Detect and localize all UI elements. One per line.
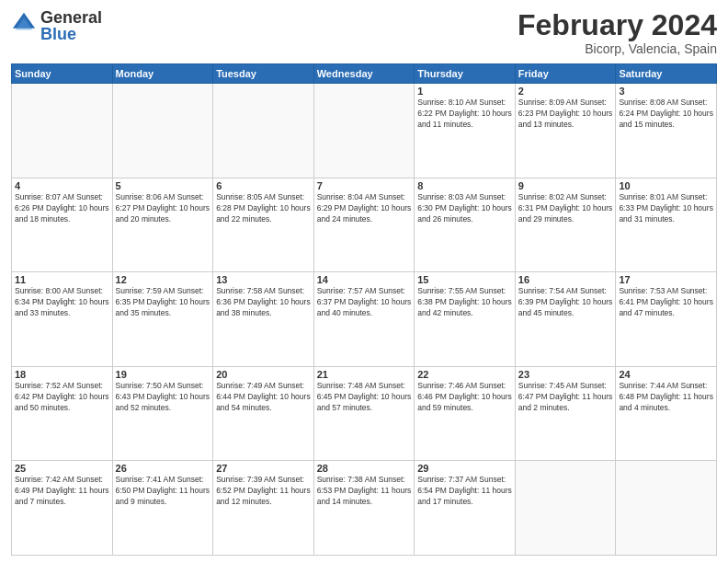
header-saturday: Saturday bbox=[616, 64, 717, 84]
table-row: 11Sunrise: 8:00 AM Sunset: 6:34 PM Dayli… bbox=[12, 272, 113, 367]
table-row: 16Sunrise: 7:54 AM Sunset: 6:39 PM Dayli… bbox=[515, 272, 616, 367]
table-row bbox=[12, 84, 113, 178]
logo-blue: Blue bbox=[40, 26, 102, 42]
calendar-week-row: 11Sunrise: 8:00 AM Sunset: 6:34 PM Dayli… bbox=[12, 272, 717, 367]
table-row: 9Sunrise: 8:02 AM Sunset: 6:31 PM Daylig… bbox=[515, 178, 616, 272]
day-number: 17 bbox=[619, 274, 713, 285]
day-number: 27 bbox=[216, 463, 311, 474]
table-row: 24Sunrise: 7:44 AM Sunset: 6:48 PM Dayli… bbox=[616, 366, 717, 461]
day-info: Sunrise: 7:54 AM Sunset: 6:39 PM Dayligh… bbox=[518, 286, 613, 319]
day-info: Sunrise: 7:46 AM Sunset: 6:46 PM Dayligh… bbox=[417, 381, 512, 414]
calendar-week-row: 18Sunrise: 7:52 AM Sunset: 6:42 PM Dayli… bbox=[12, 366, 717, 461]
day-info: Sunrise: 7:38 AM Sunset: 6:53 PM Dayligh… bbox=[317, 475, 412, 508]
day-info: Sunrise: 8:04 AM Sunset: 6:29 PM Dayligh… bbox=[317, 192, 412, 225]
day-info: Sunrise: 8:01 AM Sunset: 6:33 PM Dayligh… bbox=[619, 192, 713, 225]
day-info: Sunrise: 8:08 AM Sunset: 6:24 PM Dayligh… bbox=[619, 98, 713, 131]
header-sunday: Sunday bbox=[12, 64, 113, 84]
day-info: Sunrise: 8:07 AM Sunset: 6:26 PM Dayligh… bbox=[15, 192, 109, 225]
table-row: 4Sunrise: 8:07 AM Sunset: 6:26 PM Daylig… bbox=[12, 178, 113, 272]
day-number: 28 bbox=[317, 463, 412, 474]
day-number: 24 bbox=[619, 369, 713, 380]
calendar-week-row: 25Sunrise: 7:42 AM Sunset: 6:49 PM Dayli… bbox=[12, 461, 717, 556]
table-row bbox=[112, 84, 213, 178]
day-number: 10 bbox=[619, 180, 713, 191]
title-block: February 2024 Bicorp, Valencia, Spain bbox=[518, 9, 717, 56]
day-info: Sunrise: 7:42 AM Sunset: 6:49 PM Dayligh… bbox=[15, 475, 109, 508]
day-number: 19 bbox=[116, 369, 210, 380]
header-thursday: Thursday bbox=[415, 64, 516, 84]
day-number: 25 bbox=[15, 463, 109, 474]
table-row: 1Sunrise: 8:10 AM Sunset: 6:22 PM Daylig… bbox=[415, 84, 516, 178]
table-row: 23Sunrise: 7:45 AM Sunset: 6:47 PM Dayli… bbox=[515, 366, 616, 461]
table-row: 21Sunrise: 7:48 AM Sunset: 6:45 PM Dayli… bbox=[313, 366, 415, 461]
logo-text: General Blue bbox=[40, 9, 102, 42]
day-info: Sunrise: 7:53 AM Sunset: 6:41 PM Dayligh… bbox=[619, 286, 713, 319]
day-number: 18 bbox=[15, 369, 109, 380]
table-row: 2Sunrise: 8:09 AM Sunset: 6:23 PM Daylig… bbox=[515, 84, 616, 178]
month-title: February 2024 bbox=[518, 9, 717, 41]
day-number: 13 bbox=[216, 274, 311, 285]
header-friday: Friday bbox=[515, 64, 616, 84]
day-number: 12 bbox=[116, 274, 210, 285]
day-number: 23 bbox=[518, 369, 613, 380]
day-number: 11 bbox=[15, 274, 109, 285]
day-info: Sunrise: 8:00 AM Sunset: 6:34 PM Dayligh… bbox=[15, 286, 109, 319]
day-info: Sunrise: 7:52 AM Sunset: 6:42 PM Dayligh… bbox=[15, 381, 109, 414]
day-info: Sunrise: 7:45 AM Sunset: 6:47 PM Dayligh… bbox=[518, 381, 613, 414]
calendar-table: Sunday Monday Tuesday Wednesday Thursday… bbox=[11, 63, 717, 556]
day-info: Sunrise: 7:37 AM Sunset: 6:54 PM Dayligh… bbox=[417, 475, 512, 508]
day-number: 26 bbox=[116, 463, 210, 474]
day-number: 4 bbox=[15, 180, 109, 191]
table-row: 6Sunrise: 8:05 AM Sunset: 6:28 PM Daylig… bbox=[213, 178, 314, 272]
day-number: 20 bbox=[216, 369, 311, 380]
day-number: 21 bbox=[317, 369, 412, 380]
day-info: Sunrise: 7:48 AM Sunset: 6:45 PM Dayligh… bbox=[317, 381, 412, 414]
day-number: 15 bbox=[417, 274, 512, 285]
day-number: 14 bbox=[317, 274, 412, 285]
table-row: 7Sunrise: 8:04 AM Sunset: 6:29 PM Daylig… bbox=[313, 178, 415, 272]
day-number: 6 bbox=[216, 180, 311, 191]
day-info: Sunrise: 7:59 AM Sunset: 6:35 PM Dayligh… bbox=[116, 286, 210, 319]
day-info: Sunrise: 8:09 AM Sunset: 6:23 PM Dayligh… bbox=[518, 98, 613, 131]
day-info: Sunrise: 8:02 AM Sunset: 6:31 PM Dayligh… bbox=[518, 192, 613, 225]
page-container: General Blue February 2024 Bicorp, Valen… bbox=[0, 0, 728, 563]
day-info: Sunrise: 7:41 AM Sunset: 6:50 PM Dayligh… bbox=[116, 475, 210, 508]
table-row bbox=[313, 84, 415, 178]
table-row bbox=[616, 461, 717, 556]
day-number: 29 bbox=[417, 463, 512, 474]
header-wednesday: Wednesday bbox=[313, 64, 415, 84]
logo: General Blue bbox=[11, 9, 102, 42]
table-row bbox=[515, 461, 616, 556]
day-info: Sunrise: 7:49 AM Sunset: 6:44 PM Dayligh… bbox=[216, 381, 311, 414]
logo-general: General bbox=[40, 9, 102, 26]
table-row: 18Sunrise: 7:52 AM Sunset: 6:42 PM Dayli… bbox=[12, 366, 113, 461]
table-row: 26Sunrise: 7:41 AM Sunset: 6:50 PM Dayli… bbox=[112, 461, 213, 556]
day-info: Sunrise: 7:57 AM Sunset: 6:37 PM Dayligh… bbox=[317, 286, 412, 319]
table-row: 27Sunrise: 7:39 AM Sunset: 6:52 PM Dayli… bbox=[213, 461, 314, 556]
day-info: Sunrise: 8:06 AM Sunset: 6:27 PM Dayligh… bbox=[116, 192, 210, 225]
table-row: 22Sunrise: 7:46 AM Sunset: 6:46 PM Dayli… bbox=[415, 366, 516, 461]
table-row: 28Sunrise: 7:38 AM Sunset: 6:53 PM Dayli… bbox=[313, 461, 415, 556]
calendar-week-row: 1Sunrise: 8:10 AM Sunset: 6:22 PM Daylig… bbox=[12, 84, 717, 178]
day-info: Sunrise: 8:10 AM Sunset: 6:22 PM Dayligh… bbox=[417, 98, 512, 131]
day-number: 8 bbox=[417, 180, 512, 191]
table-row: 19Sunrise: 7:50 AM Sunset: 6:43 PM Dayli… bbox=[112, 366, 213, 461]
table-row: 10Sunrise: 8:01 AM Sunset: 6:33 PM Dayli… bbox=[616, 178, 717, 272]
day-number: 9 bbox=[518, 180, 613, 191]
table-row: 17Sunrise: 7:53 AM Sunset: 6:41 PM Dayli… bbox=[616, 272, 717, 367]
table-row: 14Sunrise: 7:57 AM Sunset: 6:37 PM Dayli… bbox=[313, 272, 415, 367]
day-info: Sunrise: 8:05 AM Sunset: 6:28 PM Dayligh… bbox=[216, 192, 311, 225]
header-monday: Monday bbox=[112, 64, 213, 84]
table-row: 12Sunrise: 7:59 AM Sunset: 6:35 PM Dayli… bbox=[112, 272, 213, 367]
day-number: 16 bbox=[518, 274, 613, 285]
location-subtitle: Bicorp, Valencia, Spain bbox=[518, 41, 717, 56]
day-info: Sunrise: 8:03 AM Sunset: 6:30 PM Dayligh… bbox=[417, 192, 512, 225]
logo-icon bbox=[11, 11, 37, 37]
table-row: 5Sunrise: 8:06 AM Sunset: 6:27 PM Daylig… bbox=[112, 178, 213, 272]
table-row bbox=[213, 84, 314, 178]
day-info: Sunrise: 7:58 AM Sunset: 6:36 PM Dayligh… bbox=[216, 286, 311, 319]
day-number: 3 bbox=[619, 86, 713, 97]
header: General Blue February 2024 Bicorp, Valen… bbox=[11, 9, 717, 56]
day-info: Sunrise: 7:50 AM Sunset: 6:43 PM Dayligh… bbox=[116, 381, 210, 414]
day-info: Sunrise: 7:44 AM Sunset: 6:48 PM Dayligh… bbox=[619, 381, 713, 414]
